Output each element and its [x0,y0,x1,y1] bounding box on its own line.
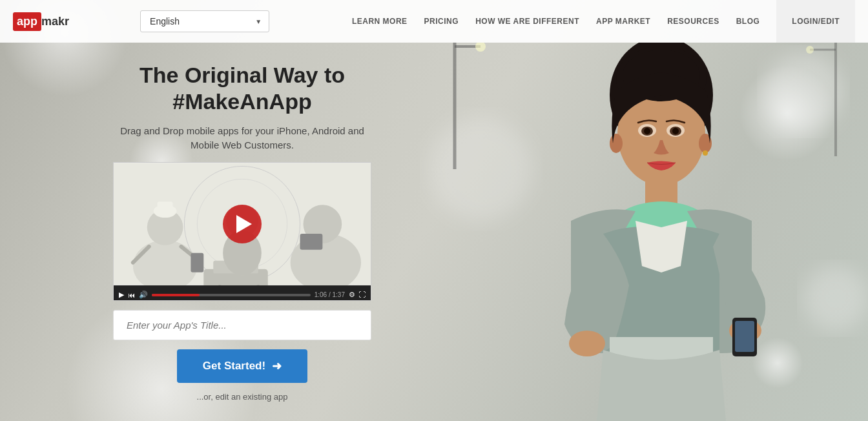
svg-point-26 [475,43,486,52]
svg-point-23 [803,266,868,331]
volume-icon[interactable]: 🔊 [139,291,148,299]
language-select[interactable]: English Español Français Deutsch Portugu… [140,10,269,32]
main-content: The Original Way to #MakeAnApp Drag and … [0,43,868,421]
svg-point-50 [672,128,679,134]
hero-title-line2: #MakeAnApp [172,89,311,114]
woman-figure [420,43,868,421]
settings-icon[interactable]: ⚙ [349,291,355,299]
svg-point-21 [765,53,842,130]
left-panel: The Original Way to #MakeAnApp Drag and … [0,43,420,421]
main-nav: LEARN MORE PRICING HOW WE ARE DIFFERENT … [352,0,855,43]
arrow-right-icon: ➜ [272,359,282,373]
nav-blog[interactable]: BLOG [736,17,760,26]
logo-app: app [13,12,41,31]
svg-point-44 [703,150,708,156]
play-pause-icon[interactable]: ▶ [119,291,124,299]
edit-existing-link[interactable]: ...or, edit an existing app [103,392,381,402]
fullscreen-icon[interactable]: ⛶ [358,291,366,299]
play-button[interactable] [223,205,262,243]
svg-point-42 [610,134,623,153]
svg-rect-9 [191,252,203,272]
skip-back-icon[interactable]: ⏮ [128,291,135,299]
progress-fill [152,294,200,296]
logo[interactable]: appmakr [13,12,69,31]
nav-app-market[interactable]: APP MARKET [596,17,650,26]
app-title-input[interactable] [113,310,371,340]
header: appmakr English Español Français Deutsch… [0,0,868,43]
nav-learn-more[interactable]: LEARN MORE [352,17,408,26]
nav-pricing[interactable]: PRICING [424,17,459,26]
video-ctrl-icons: ⚙ ⛶ [349,291,366,299]
svg-rect-6 [158,201,173,213]
svg-point-29 [806,46,814,54]
svg-rect-40 [735,321,754,352]
language-selector-wrapper: English Español Français Deutsch Portugu… [140,10,269,32]
progress-bar[interactable] [152,294,311,296]
logo-makr: makr [41,15,69,28]
login-edit-button[interactable]: LOGIN/EDIT [776,0,855,43]
right-panel [420,43,868,421]
svg-point-22 [429,118,532,221]
video-time: 1:06 / 1:37 [315,291,345,298]
play-circle [223,205,262,243]
get-started-label: Get Started! [203,360,265,373]
play-triangle-icon [236,215,252,233]
nav-how-different[interactable]: HOW WE ARE DIFFERENT [475,17,579,26]
svg-point-36 [569,331,605,356]
svg-rect-12 [300,234,323,250]
hero-title-line1: The Original Way to [140,63,345,87]
video-controls: ▶ ⏮ 🔊 1:06 / 1:37 ⚙ ⛶ [114,285,371,301]
video-player[interactable]: TAXI ▶ ⏮ 🔊 [113,162,371,301]
hero-title: The Original Way to #MakeAnApp [103,62,381,115]
hero-subtitle: Drag and Drop mobile apps for your iPhon… [107,124,378,153]
video-thumbnail: TAXI [114,163,371,285]
svg-point-49 [644,128,650,134]
get-started-button[interactable]: Get Started! ➜ [177,349,307,383]
nav-resources[interactable]: RESOURCES [667,17,719,26]
